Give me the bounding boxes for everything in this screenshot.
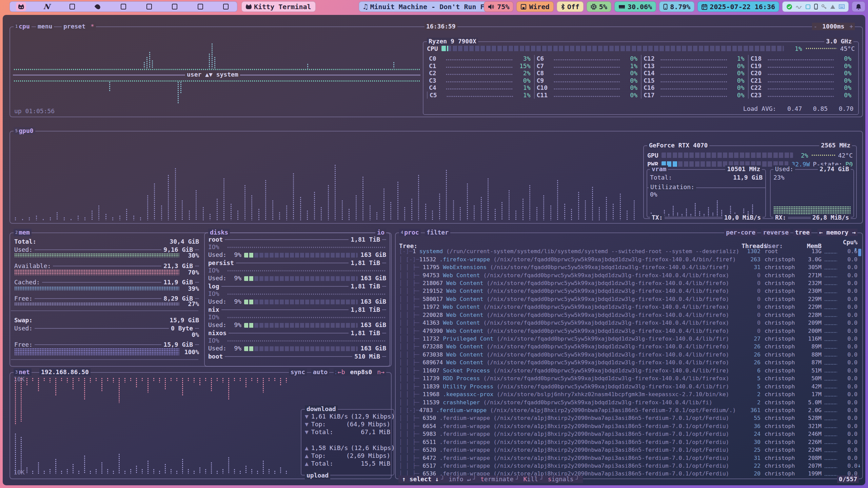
proc-control-button[interactable]: terminate	[478, 475, 521, 483]
menu-button[interactable]: menu	[36, 23, 54, 30]
update-interval[interactable]: - 1000ms +	[812, 23, 855, 30]
network-panel-title[interactable]: 3net	[14, 368, 32, 376]
bluetooth-indicator[interactable]: Off	[557, 1, 584, 12]
process-row[interactable]: │ │ ├─ 11839 Utility Process (/nix/store…	[396, 382, 862, 390]
proc-tree-toggle[interactable]: tree	[793, 229, 811, 236]
proc-control-button[interactable]: ↑ select ↓	[400, 475, 447, 483]
process-row[interactable]: │ │ ├─ 11539 crashhelper (/nix/store/fqa…	[396, 398, 862, 406]
process-row[interactable]: │ [-]─11532 .firefox-wrappe (/nix/store/…	[396, 255, 862, 263]
proc-reverse-toggle[interactable]: reverse	[761, 229, 790, 236]
window-title: Kitty Terminal	[254, 3, 311, 11]
process-memory: 116M	[800, 336, 822, 342]
proc-control-button[interactable]: signals	[546, 475, 581, 483]
disk-used-pct: 9%	[229, 251, 241, 259]
proc-selection-position: 0/557	[839, 475, 857, 483]
proc-control-button[interactable]: Kill	[521, 475, 546, 483]
proc-scrollbar[interactable]	[858, 249, 861, 256]
download-graph-column	[49, 378, 51, 383]
proc-sort-switcher[interactable]: ← memory →	[817, 229, 857, 236]
workspace-switcher[interactable]	[9, 1, 237, 12]
process-row[interactable]: │ │ ├─ 479390 Web Content (/nix/store/fq…	[396, 327, 862, 334]
process-row[interactable]: │ │ ├─ 11972 Web Content (/nix/store/fqa…	[396, 303, 862, 311]
disks-io-title[interactable]: io	[377, 229, 384, 236]
workspace-icon[interactable]	[16, 2, 26, 11]
workspace-icon[interactable]	[118, 2, 129, 11]
disk-entry: nixos1,81 TiB IO% Used:9%163 GiB	[205, 329, 390, 352]
process-row[interactable]: │ │ ├─ 5983 .ferdium-wrappe (/nix/store/…	[396, 430, 862, 438]
proc-panel-title[interactable]: 4proc	[399, 229, 421, 236]
process-threads: 2	[742, 399, 761, 406]
workspace-icon[interactable]	[221, 2, 231, 11]
download-graph-column	[141, 378, 143, 381]
process-row[interactable]: │ │ ├─ 6472 .ferdium-wrappe (/nix/store/…	[396, 454, 862, 462]
cpu-indicator[interactable]: 5%	[587, 1, 611, 12]
core-graph	[768, 59, 834, 61]
process-row[interactable]: │ │ ├─ 219152 Web Content (/nix/store/fq…	[396, 287, 862, 295]
gpu-graph-column	[403, 207, 406, 220]
upload-graph-column	[118, 453, 120, 474]
process-row[interactable]: │ │ ├─ 220028 Web Content (/nix/store/fq…	[396, 311, 862, 319]
workspace-icon[interactable]	[93, 2, 103, 11]
net-sync-toggle[interactable]: sync	[289, 368, 307, 376]
download-graph-column	[210, 378, 213, 391]
process-row[interactable]: [-]─1 systemd (/run/current-system/syste…	[396, 247, 862, 255]
workspace-icon[interactable]	[42, 2, 52, 11]
process-cpu: 0.0	[839, 320, 857, 326]
cpu-panel-title[interactable]: 1cpu	[14, 23, 32, 30]
proc-control-button[interactable]: info ↵	[447, 475, 478, 483]
process-memory: 2.0G	[800, 407, 822, 413]
process-row[interactable]: │ │ ├─ 11739 RDD Process (/nix/store/fqa…	[396, 374, 862, 382]
process-row[interactable]: │ │ ├─ 689674 Web Content (/nix/store/fq…	[396, 359, 862, 366]
core-row: C130%	[641, 62, 748, 70]
window-title-pill[interactable]: Kitty Terminal	[241, 1, 316, 12]
process-row[interactable]: │ │ ├─ 41363 Web Content (/nix/store/fqa…	[396, 319, 862, 327]
process-row[interactable]: │ [-]─4783 .ferdium-wrappe (/nix/store/a…	[396, 406, 862, 414]
process-row[interactable]: │ │ ├─ 6350 .ferdium-wrappe (/nix/store/…	[396, 414, 862, 422]
volume-indicator[interactable]: 75%	[484, 1, 513, 12]
proc-filter-button[interactable]: filter	[425, 229, 450, 236]
system-tray[interactable]	[782, 1, 849, 12]
workspace-icon[interactable]	[144, 2, 154, 11]
gpu-graph-column	[431, 210, 434, 220]
workspace-icon[interactable]	[195, 2, 205, 11]
notifications-pill[interactable]	[852, 1, 865, 12]
download-graph-column	[256, 378, 259, 383]
process-row[interactable]: │ │ ├─ 673288 Web Content (/nix/store/fq…	[396, 343, 862, 350]
net-auto-toggle[interactable]: auto	[311, 368, 329, 376]
process-user: christoph	[761, 431, 800, 437]
gpu-panel-title[interactable]: 5gpu0	[14, 127, 35, 135]
process-row[interactable]: │ │ ├─ 11732 Privileged Cont (/nix/store…	[396, 335, 862, 343]
cpu-graph-label[interactable]: user ▲▼ system	[185, 71, 240, 78]
process-mem-graph	[824, 403, 837, 405]
scroll-down-icon[interactable]: ↓	[857, 462, 861, 469]
network-indicator[interactable]: Wired	[516, 1, 553, 12]
process-threads: 24	[742, 431, 761, 437]
proc-controls[interactable]: ↑ select ↓info ↵terminateKillsignals	[398, 475, 583, 483]
gpu-indicator[interactable]: 8.79%	[659, 1, 694, 12]
process-row[interactable]: │ │ ├─ 6517 .ferdium-wrappe (/nix/store/…	[396, 462, 862, 470]
process-row[interactable]: │ │ ├─ 6511 .ferdium-wrappe (/nix/store/…	[396, 438, 862, 446]
memory-panel-title[interactable]: 2mem	[14, 229, 32, 236]
memory-indicator[interactable]: 30.06%	[614, 1, 656, 12]
preset-button[interactable]: preset *	[62, 23, 96, 30]
workspace-icon[interactable]	[67, 2, 77, 11]
process-row[interactable]: │ │ ├─ 6520 .ferdium-wrappe (/nix/store/…	[396, 446, 862, 454]
proc-percore-toggle[interactable]: per-core	[724, 229, 757, 236]
process-row[interactable]: │ │ ├─ 673038 Web Content (/nix/store/fq…	[396, 351, 862, 359]
process-row[interactable]: │ │ ├─ 11607 Socket Process (/nix/store/…	[396, 367, 862, 374]
process-row[interactable]: │ │ ├─ 580017 Web Content (/nix/store/fq…	[396, 295, 862, 303]
process-row[interactable]: │ │ ├─ 6654 .ferdium-wrappe (/nix/store/…	[396, 422, 862, 430]
disk-io-row: IO%	[205, 267, 390, 274]
gpu-graph-column	[556, 180, 559, 220]
process-threads: 5	[742, 375, 761, 382]
workspace-icon[interactable]	[170, 2, 180, 11]
process-row[interactable]: │ │ ├─ 11795 WebExtensions (/nix/store/f…	[396, 263, 862, 271]
process-cpu: 0.0	[839, 407, 857, 413]
gpu-graph-column	[376, 212, 378, 220]
disks-title[interactable]: disks	[210, 229, 228, 236]
process-row[interactable]: │ │ ├─ 11968 .keepassxc-prox (/nix/store…	[396, 390, 862, 398]
clock-indicator[interactable]: 2025-07-22 16:36	[697, 1, 779, 12]
process-row[interactable]: │ │ ├─ 218067 Web Content (/nix/store/fq…	[396, 279, 862, 287]
net-interface-switcher[interactable]: ←b enp8s0 n→	[336, 368, 386, 376]
process-row[interactable]: │ │ ├─ 94753 Web Content (/nix/store/fqa…	[396, 271, 862, 279]
